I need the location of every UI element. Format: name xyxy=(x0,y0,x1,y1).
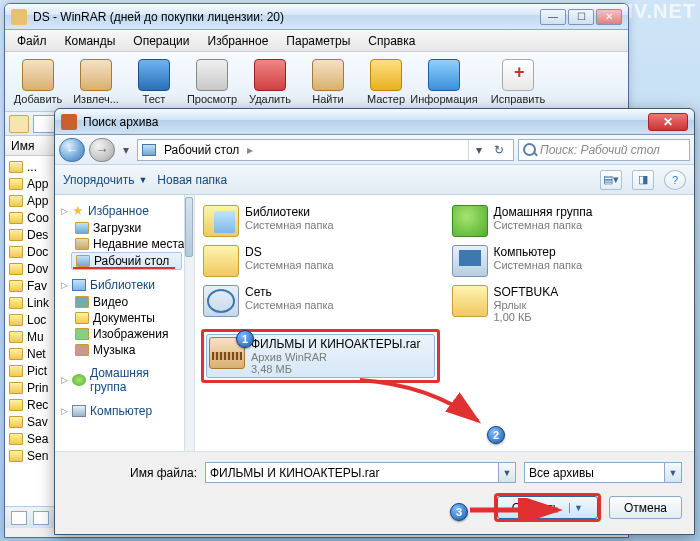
nav-libraries-header[interactable]: ▷Библиотеки xyxy=(55,276,194,294)
nav-favorites-header[interactable]: ▷★Избранное xyxy=(55,201,194,220)
nav-item-documents[interactable]: Документы xyxy=(55,310,194,326)
tool-repair[interactable]: +Исправить xyxy=(489,57,547,107)
tool-view[interactable]: Просмотр xyxy=(183,57,241,107)
menu-commands[interactable]: Команды xyxy=(57,32,124,50)
navpane-scrollbar[interactable] xyxy=(184,195,194,451)
filename-label: Имя файла: xyxy=(67,466,197,480)
annotation-open-highlight: Открыть▼ xyxy=(494,493,601,522)
menu-options[interactable]: Параметры xyxy=(278,32,358,50)
dialog-bottom-panel: Имя файла: ФИЛЬМЫ И КИНОАКТЕРЫ.rar ▼ Все… xyxy=(55,451,694,534)
item-ds-folder[interactable]: DSСистемная папка xyxy=(201,243,440,279)
menu-operations[interactable]: Операции xyxy=(125,32,197,50)
folder-icon xyxy=(203,245,239,277)
scrollbar-thumb[interactable] xyxy=(185,197,193,257)
main-menubar: Файл Команды Операции Избранное Параметр… xyxy=(5,30,628,52)
winrar-icon xyxy=(11,9,27,25)
col-name[interactable]: Имя xyxy=(11,139,34,153)
tool-test[interactable]: Тест xyxy=(125,57,183,107)
open-button[interactable]: Открыть▼ xyxy=(497,496,598,519)
filename-dropdown-icon[interactable]: ▼ xyxy=(498,463,515,482)
nav-item-music[interactable]: Музыка xyxy=(55,342,194,358)
status-icon xyxy=(33,511,49,525)
navigation-pane[interactable]: ▷★Избранное Загрузки Недавние места Рабо… xyxy=(55,195,195,451)
filetype-value: Все архивы xyxy=(529,466,594,480)
tool-extract[interactable]: Извлеч... xyxy=(67,57,125,107)
main-titlebar[interactable]: DS - WinRAR (дней до покупки лицензии: 2… xyxy=(5,4,628,30)
tool-info[interactable]: Информация xyxy=(415,57,473,107)
close-button[interactable]: ✕ xyxy=(596,9,622,25)
item-softbuka[interactable]: SOFTBUKAЯрлык1,00 КБ xyxy=(450,283,689,325)
nav-back-button[interactable]: ← xyxy=(59,138,85,162)
dialog-toolbar: Упорядочить▼ Новая папка ▤▾ ◨ ? xyxy=(55,165,694,195)
main-window-title: DS - WinRAR (дней до покупки лицензии: 2… xyxy=(33,10,540,24)
nav-homegroup-header[interactable]: ▷Домашняя группа xyxy=(55,364,194,396)
star-icon: ★ xyxy=(72,203,84,218)
item-computer[interactable]: КомпьютерСистемная папка xyxy=(450,243,689,279)
shortcut-icon xyxy=(452,285,488,317)
dialog-close-button[interactable]: ✕ xyxy=(648,113,688,131)
computer-icon xyxy=(452,245,488,277)
homegroup-icon xyxy=(72,374,86,386)
chevron-right-icon[interactable]: ▸ xyxy=(247,143,253,157)
maximize-button[interactable]: ☐ xyxy=(568,9,594,25)
homegroup-icon xyxy=(452,205,488,237)
nav-history-dropdown[interactable]: ▾ xyxy=(119,138,133,162)
nav-item-images[interactable]: Изображения xyxy=(55,326,194,342)
open-split-dropdown-icon[interactable]: ▼ xyxy=(569,503,583,513)
filetype-combo[interactable]: Все архивы ▼ xyxy=(524,462,682,483)
item-homegroup[interactable]: Домашняя группаСистемная папка xyxy=(450,203,689,239)
breadcrumb-bar[interactable]: Рабочий стол ▸ ▾ ↻ xyxy=(137,139,514,161)
libraries-icon xyxy=(203,205,239,237)
network-icon xyxy=(203,285,239,317)
nav-computer-header[interactable]: ▷Компьютер xyxy=(55,402,194,420)
view-mode-button[interactable]: ▤▾ xyxy=(600,170,622,190)
breadcrumb-segment[interactable]: Рабочий стол xyxy=(160,143,243,157)
tool-find[interactable]: Найти xyxy=(299,57,357,107)
organize-button[interactable]: Упорядочить▼ xyxy=(63,173,147,187)
tool-delete[interactable]: Удалить xyxy=(241,57,299,107)
breadcrumb-dropdown-icon[interactable]: ▾ xyxy=(469,143,489,157)
minimize-button[interactable]: — xyxy=(540,9,566,25)
dialog-titlebar[interactable]: Поиск архива ✕ xyxy=(55,109,694,135)
callout-2: 2 xyxy=(487,426,505,444)
item-libraries[interactable]: БиблиотекиСистемная папка xyxy=(201,203,440,239)
search-placeholder: Поиск: Рабочий стол xyxy=(540,143,660,157)
callout-1: 1 xyxy=(236,330,254,348)
status-icon xyxy=(11,511,27,525)
item-network[interactable]: СетьСистемная папка xyxy=(201,283,440,325)
nav-forward-button[interactable]: → xyxy=(89,138,115,162)
filename-value: ФИЛЬМЫ И КИНОАКТЕРЫ.rar xyxy=(210,466,379,480)
annotation-underline xyxy=(73,267,175,269)
new-folder-button[interactable]: Новая папка xyxy=(157,173,227,187)
filetype-dropdown-icon[interactable]: ▼ xyxy=(664,463,681,482)
dialog-icon xyxy=(61,114,77,130)
preview-pane-button[interactable]: ◨ xyxy=(632,170,654,190)
search-input[interactable]: Поиск: Рабочий стол xyxy=(518,139,690,161)
dialog-navbar: ← → ▾ Рабочий стол ▸ ▾ ↻ Поиск: Рабочий … xyxy=(55,135,694,165)
up-folder-icon[interactable] xyxy=(9,115,29,133)
nav-item-downloads[interactable]: Загрузки xyxy=(55,220,194,236)
nav-item-recent[interactable]: Недавние места xyxy=(55,236,194,252)
main-toolbar: Добавить Извлеч... Тест Просмотр Удалить… xyxy=(5,52,628,112)
search-icon xyxy=(523,143,536,156)
menu-favorites[interactable]: Избранное xyxy=(200,32,277,50)
filename-combo[interactable]: ФИЛЬМЫ И КИНОАКТЕРЫ.rar ▼ xyxy=(205,462,516,483)
callout-3: 3 xyxy=(450,503,468,521)
tool-add[interactable]: Добавить xyxy=(9,57,67,107)
tool-wizard[interactable]: Мастер xyxy=(357,57,415,107)
nav-item-video[interactable]: Видео xyxy=(55,294,194,310)
dialog-title: Поиск архива xyxy=(83,115,648,129)
libraries-icon xyxy=(72,279,86,291)
cancel-button[interactable]: Отмена xyxy=(609,496,682,519)
menu-help[interactable]: Справка xyxy=(360,32,423,50)
refresh-icon[interactable]: ↻ xyxy=(489,143,509,157)
menu-file[interactable]: Файл xyxy=(9,32,55,50)
content-pane[interactable]: БиблиотекиСистемная папка Домашняя групп… xyxy=(195,195,694,451)
desktop-icon xyxy=(142,144,156,156)
help-icon[interactable]: ? xyxy=(664,170,686,190)
file-open-dialog: Поиск архива ✕ ← → ▾ Рабочий стол ▸ ▾ ↻ … xyxy=(54,108,695,535)
computer-icon xyxy=(72,405,86,417)
